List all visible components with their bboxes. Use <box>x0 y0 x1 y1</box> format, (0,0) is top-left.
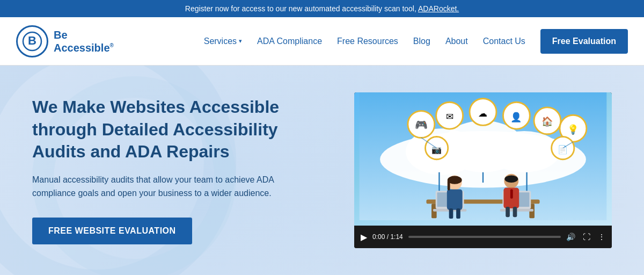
logo-link[interactable]: B Be Accessible® <box>16 25 114 57</box>
header: B Be Accessible® Services ▾ ADA Complian… <box>0 17 644 66</box>
video-controls: ▶ 0:00 / 1:14 🔊 ⛶ ⋮ <box>354 226 612 248</box>
svg-point-6 <box>488 131 560 172</box>
svg-text:☁: ☁ <box>479 108 488 119</box>
video-content: 🎮 ✉ ☁ 👤 🏠 💡 <box>354 92 612 226</box>
fullscreen-icon[interactable]: ⛶ <box>583 233 590 241</box>
svg-text:💡: 💡 <box>567 124 579 135</box>
logo-icon: B <box>16 25 48 57</box>
svg-rect-40 <box>448 180 450 190</box>
svg-text:🎮: 🎮 <box>415 119 428 131</box>
svg-rect-42 <box>456 208 460 219</box>
video-time: 0:00 / 1:14 <box>372 233 403 241</box>
banner-link[interactable]: ADARocket. <box>418 4 459 13</box>
nav-services[interactable]: Services ▾ <box>204 37 242 46</box>
nav-blog[interactable]: Blog <box>413 37 430 46</box>
svg-text:B: B <box>28 34 36 47</box>
svg-rect-41 <box>449 208 453 219</box>
top-banner: Register now for access to our new autom… <box>0 0 644 17</box>
hero-description: Manual accessibility audits that allow y… <box>32 173 290 200</box>
logo-accessible: Accessible® <box>54 41 114 54</box>
svg-text:📄: 📄 <box>558 144 568 155</box>
svg-rect-48 <box>513 207 517 217</box>
nav-free-evaluation[interactable]: Free Evaluation <box>540 29 628 54</box>
logo-be: Be <box>54 28 114 41</box>
hero-section: We Make Websites Accessible through Deta… <box>0 66 644 275</box>
banner-text: Register now for access to our new autom… <box>185 4 418 13</box>
nav-free-resources[interactable]: Free Resources <box>337 37 398 46</box>
svg-rect-47 <box>506 207 510 217</box>
nav-ada-compliance[interactable]: ADA Compliance <box>257 37 322 46</box>
hero-video-area: 🎮 ✉ ☁ 👤 🏠 💡 <box>354 92 612 248</box>
svg-text:🏠: 🏠 <box>541 115 553 127</box>
video-controls-icons: 🔊 ⛶ ⋮ <box>566 233 605 241</box>
nav-about[interactable]: About <box>445 37 468 46</box>
chevron-down-icon: ▾ <box>239 38 242 45</box>
hero-cta-button[interactable]: FREE WEBSITE EVALUATION <box>32 218 192 244</box>
hero-content: We Make Websites Accessible through Deta… <box>32 96 333 244</box>
svg-text:✉: ✉ <box>446 111 453 122</box>
svg-point-45 <box>504 176 518 183</box>
nav-contact-us[interactable]: Contact Us <box>483 37 525 46</box>
svg-rect-46 <box>510 189 513 198</box>
video-illustration: 🎮 ✉ ☁ 👤 🏠 💡 <box>354 92 612 220</box>
volume-icon[interactable]: 🔊 <box>566 233 575 241</box>
main-nav: Services ▾ ADA Compliance Free Resources… <box>204 29 628 54</box>
hero-title: We Make Websites Accessible through Deta… <box>32 96 333 163</box>
svg-text:👤: 👤 <box>510 111 522 123</box>
svg-rect-38 <box>447 189 463 209</box>
more-options-icon[interactable]: ⋮ <box>598 233 605 241</box>
logo-text: Be Accessible® <box>54 28 114 54</box>
video-progress-bar[interactable] <box>408 236 561 238</box>
video-player[interactable]: 🎮 ✉ ☁ 👤 🏠 💡 <box>354 92 612 248</box>
play-button[interactable]: ▶ <box>361 232 367 242</box>
